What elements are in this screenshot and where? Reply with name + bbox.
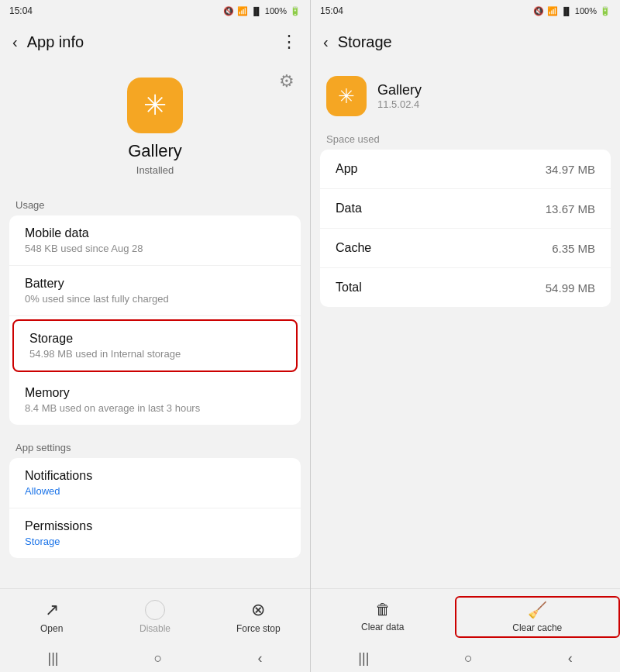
battery-level: 100% [265, 6, 287, 16]
app-icon-symbol-left: ✳ [143, 89, 167, 122]
app-icon-area: ⚙ ✳ Gallery Installed [0, 62, 310, 188]
notifications-title: Notifications [25, 469, 285, 483]
usage-section-label: Usage [0, 188, 310, 215]
list-item-notifications[interactable]: Notifications Allowed [9, 458, 301, 508]
mute-icon: 🔇 [223, 6, 234, 16]
status-icons-right: 🔇 📶 ▐▌ 100% 🔋 [533, 6, 611, 16]
clear-data-icon: 🗑 [375, 601, 391, 619]
space-used-label: Space used [311, 126, 620, 150]
app-status: Installed [136, 164, 174, 176]
storage-row-data: Data 13.67 MB [320, 189, 611, 229]
list-item-battery[interactable]: Battery 0% used since last fully charged [9, 266, 301, 316]
force-stop-button[interactable]: ⊗ Force stop [207, 600, 310, 634]
storage-app-icon: ✳ [326, 76, 367, 116]
list-item-mobile-data[interactable]: Mobile data 548 KB used since Aug 28 [9, 215, 301, 266]
list-item-permissions[interactable]: Permissions Storage [9, 508, 301, 558]
home-icon-r[interactable]: ○ [464, 650, 473, 667]
storage-row-total: Total 54.99 MB [320, 268, 611, 307]
left-panel-content: ⚙ ✳ Gallery Installed Usage Mobile data … [0, 62, 310, 588]
app-storage-value: 34.97 MB [546, 163, 595, 176]
storage-app-name: Gallery [377, 82, 422, 98]
left-panel: 15:04 🔇 📶 ▐▌ 100% 🔋 ‹ App info ⋮ ⚙ ✳ Gal… [0, 0, 310, 672]
clear-data-button[interactable]: 🗑 Clear data [311, 601, 455, 632]
open-label: Open [40, 623, 63, 634]
battery-icon: 🔋 [290, 6, 301, 16]
memory-title: Memory [25, 386, 285, 400]
page-title-right: Storage [338, 33, 614, 51]
mobile-data-sub: 548 KB used since Aug 28 [25, 243, 285, 254]
mobile-data-title: Mobile data [25, 226, 285, 240]
force-stop-label: Force stop [236, 623, 281, 634]
time-left: 15:04 [9, 5, 33, 16]
data-storage-value: 13.67 MB [546, 202, 595, 215]
recent-apps-icon[interactable]: ||| [48, 650, 59, 667]
right-panel: 15:04 🔇 📶 ▐▌ 100% 🔋 ‹ Storage ✳ Gallery … [310, 0, 620, 672]
signal-icon: ▐▌ [251, 7, 262, 16]
open-icon: ↗ [45, 600, 59, 620]
clear-cache-label: Clear cache [512, 622, 562, 633]
list-item-memory[interactable]: Memory 8.4 MB used on average in last 3 … [9, 375, 301, 425]
memory-sub: 8.4 MB used on average in last 3 hours [25, 402, 285, 414]
usage-card: Mobile data 548 KB used since Aug 28 Bat… [9, 215, 301, 425]
storage-app-icon-symbol: ✳ [338, 84, 355, 109]
permissions-sub: Storage [25, 536, 285, 547]
app-icon-left: ✳ [127, 78, 183, 133]
right-panel-content: ✳ Gallery 11.5.02.4 Space used App 34.97… [311, 62, 620, 588]
more-button[interactable]: ⋮ [274, 26, 304, 58]
app-storage-label: App [336, 162, 357, 176]
bottom-bar-left: ↗ Open Disable ⊗ Force stop [0, 588, 310, 644]
clear-cache-icon: 🧹 [528, 601, 547, 619]
back-nav-icon-r[interactable]: ‹ [568, 650, 573, 667]
status-bar-left: 15:04 🔇 📶 ▐▌ 100% 🔋 [0, 0, 310, 22]
battery-title: Battery [25, 277, 285, 291]
app-settings-label: App settings [0, 431, 310, 458]
back-arrow-left: ‹ [12, 33, 18, 51]
list-item-storage[interactable]: Storage 54.98 MB used in Internal storag… [12, 319, 298, 372]
battery-sub: 0% used since last fully charged [25, 293, 285, 305]
storage-row-cache: Cache 6.35 MB [320, 229, 611, 268]
storage-title: Storage [29, 332, 281, 346]
cache-storage-value: 6.35 MB [552, 242, 595, 255]
back-nav-icon[interactable]: ‹ [257, 650, 262, 667]
storage-app-version: 11.5.02.4 [377, 98, 422, 110]
battery-level-r: 100% [575, 6, 597, 16]
storage-details-card: App 34.97 MB Data 13.67 MB Cache 6.35 MB… [320, 150, 611, 307]
recent-apps-icon-r[interactable]: ||| [358, 650, 369, 667]
battery-icon-r: 🔋 [600, 6, 611, 16]
mute-icon-r: 🔇 [533, 6, 544, 16]
gear-icon[interactable]: ⚙ [279, 71, 294, 91]
back-button-left[interactable]: ‹ [6, 27, 24, 57]
storage-sub: 54.98 MB used in Internal storage [29, 348, 281, 360]
settings-card: Notifications Allowed Permissions Storag… [9, 458, 301, 558]
clear-cache-button[interactable]: 🧹 Clear cache [455, 596, 621, 638]
back-button-right[interactable]: ‹ [317, 27, 335, 57]
status-icons-left: 🔇 📶 ▐▌ 100% 🔋 [223, 6, 301, 16]
time-right: 15:04 [320, 5, 343, 16]
top-bar-right: ‹ Storage [311, 22, 620, 62]
nav-bar-left: ||| ○ ‹ [0, 644, 310, 672]
home-icon[interactable]: ○ [154, 650, 163, 667]
wifi-icon-r: 📶 [547, 6, 558, 16]
storage-row-app: App 34.97 MB [320, 150, 611, 189]
app-name-left: Gallery [128, 141, 182, 161]
nav-bar-right: ||| ○ ‹ [311, 644, 620, 672]
force-stop-icon: ⊗ [251, 600, 265, 620]
back-arrow-right: ‹ [323, 33, 329, 51]
disable-icon [145, 600, 165, 620]
storage-app-header: ✳ Gallery 11.5.02.4 [311, 62, 620, 126]
clear-data-label: Clear data [361, 622, 404, 632]
status-bar-right: 15:04 🔇 📶 ▐▌ 100% 🔋 [311, 0, 620, 22]
total-storage-value: 54.99 MB [546, 281, 595, 295]
disable-label: Disable [140, 623, 170, 634]
disable-button: Disable [103, 600, 206, 634]
wifi-icon: 📶 [237, 6, 248, 16]
signal-icon-r: ▐▌ [561, 7, 572, 16]
bottom-bar-right: 🗑 Clear data 🧹 Clear cache [311, 588, 620, 644]
storage-app-info: Gallery 11.5.02.4 [377, 82, 422, 110]
page-title-left: App info [27, 33, 274, 51]
open-button[interactable]: ↗ Open [0, 600, 103, 634]
data-storage-label: Data [336, 202, 362, 215]
permissions-title: Permissions [25, 519, 285, 533]
cache-storage-label: Cache [336, 241, 371, 255]
total-storage-label: Total [336, 281, 362, 295]
